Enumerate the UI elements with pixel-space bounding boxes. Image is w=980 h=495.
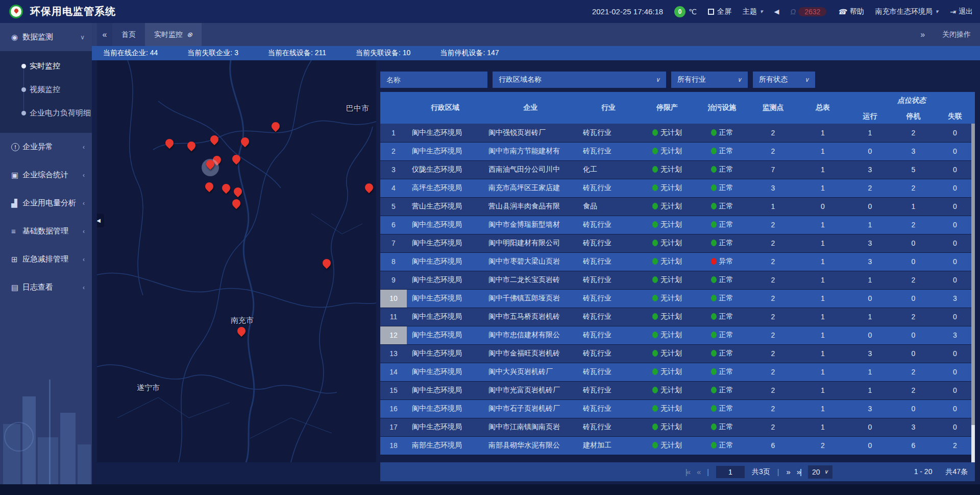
- status-dot: [711, 203, 717, 209]
- map-pin-icon[interactable]: [186, 140, 198, 152]
- header-datetime: 2021-02-25 17:46:18: [592, 7, 663, 16]
- table-row[interactable]: 13阆中生态环境局阆中市金福旺页岩机砖砖瓦行业无计划正常21300: [380, 344, 975, 363]
- sidebar-item-base-data[interactable]: ≡基础数据管理‹: [0, 217, 92, 245]
- table-row[interactable]: 4高坪生态环境局南充市高坪区王家店建砖瓦行业无计划正常31220: [380, 179, 975, 197]
- map-pin-icon[interactable]: [220, 182, 232, 194]
- industry-select[interactable]: 所有行业 ∨: [671, 72, 748, 88]
- map-pin-icon[interactable]: [236, 325, 248, 337]
- theme-button[interactable]: 主题 ▾: [743, 7, 763, 16]
- stats-bar: 当前在线企业: 44当前失联企业: 3当前在线设备: 211当前失联设备: 10…: [92, 46, 980, 60]
- tabs-scroll-left-icon[interactable]: «: [97, 23, 112, 46]
- cell-offline: 0: [935, 363, 975, 381]
- table-row[interactable]: 12阆中生态环境局阆中市忠信建材有限公砖瓦行业无计划正常21003: [380, 326, 975, 344]
- table-row[interactable]: 11阆中生态环境局阆中市五马桥页岩机砖砖瓦行业无计划正常21120: [380, 308, 975, 326]
- page-size-select[interactable]: 20 ∨: [808, 465, 832, 479]
- sidebar-item-power-analysis[interactable]: ▟企业用电量分析‹: [0, 189, 92, 217]
- sidebar-item-enterprise-statistics[interactable]: ▣企业综合统计‹: [0, 161, 92, 189]
- row-index: 15: [380, 381, 407, 399]
- row-index: 3: [380, 160, 407, 179]
- sidebar-subitem[interactable]: 视频监控: [0, 78, 92, 101]
- table-row[interactable]: 5营山生态环境局营山县润丰肉食品有限食品无计划正常10010: [380, 197, 975, 216]
- stat-item: 当前失联设备: 10: [356, 49, 410, 58]
- tab-home[interactable]: 首页: [112, 23, 145, 46]
- sidebar-item-enterprise-abnormal[interactable]: !企业异常‹: [0, 133, 92, 161]
- sidebar-item-emergency-reduction[interactable]: ⊞应急减排管理‹: [0, 245, 92, 273]
- table-row[interactable]: 17阆中生态环境局阆中市江南镇阆南页岩砖瓦行业无计划正常21030: [380, 418, 975, 436]
- status-dot: [652, 368, 658, 375]
- table-row[interactable]: 15阆中生态环境局阆中市光富页岩机砖厂砖瓦行业无计划正常21120: [380, 381, 975, 399]
- table-row[interactable]: 18南部生态环境局南部县砌华水泥有限公建材加工无计划正常62062: [380, 436, 975, 455]
- cell-region: 阆中生态环境局: [407, 344, 483, 363]
- logout-button[interactable]: ⇥ 退出: [949, 7, 973, 16]
- sidebar-subitem[interactable]: 实时监控: [0, 54, 92, 78]
- prev-page-button[interactable]: «: [697, 467, 700, 476]
- table-row[interactable]: 9阆中生态环境局阆中市二龙长宝页岩砖砖瓦行业无计划正常21120: [380, 271, 975, 289]
- map-pin-icon[interactable]: [164, 137, 176, 149]
- org-menu[interactable]: 南充市生态环境局 ▾: [875, 7, 939, 16]
- cell-limit: 无计划: [639, 436, 695, 455]
- help-button[interactable]: ☎ 帮助: [838, 7, 864, 16]
- map-pin-icon[interactable]: [363, 182, 375, 194]
- last-page-button[interactable]: »|: [797, 467, 801, 476]
- tabs-scroll-right-icon[interactable]: »: [920, 30, 925, 39]
- cell-region: 南部生态环境局: [407, 436, 483, 455]
- region-select[interactable]: 行政区域名称 ∨: [493, 72, 666, 88]
- cell-stop: 5: [892, 160, 935, 179]
- sidebar: ◉数据监测∨实时监控视频监控企业电力负荷明细!企业异常‹▣企业综合统计‹▟企业用…: [0, 23, 92, 484]
- table-row[interactable]: 14阆中生态环境局阆中大兴页岩机砖厂砖瓦行业无计划正常21120: [380, 363, 975, 381]
- map-pin-icon[interactable]: [239, 136, 251, 148]
- name-filter-input[interactable]: [380, 72, 487, 88]
- table-row[interactable]: 2阆中生态环境局阆中市南方节能建材有砖瓦行业无计划正常21030: [380, 142, 975, 160]
- map-pin-icon[interactable]: [270, 121, 282, 132]
- scrollbar-thumb[interactable]: [971, 124, 975, 425]
- cell-facility: 正常: [695, 381, 749, 399]
- close-icon[interactable]: ⊗: [187, 31, 192, 38]
- map-pin-icon[interactable]: [321, 257, 333, 269]
- table-row[interactable]: 16阆中生态环境局阆中市石子页岩机砖厂砖瓦行业无计划正常21300: [380, 399, 975, 418]
- table-row[interactable]: 1阆中生态环境局阆中强锐页岩砖厂砖瓦行业无计划正常21120: [380, 124, 975, 142]
- panel-collapse-button[interactable]: ◀: [97, 214, 104, 227]
- page-number-input[interactable]: [716, 466, 745, 478]
- cell-industry: 砖瓦行业: [578, 381, 639, 399]
- cell-company: 阆中市五马桥页岩机砖: [483, 308, 578, 326]
- cell-points: 2: [749, 399, 797, 418]
- map-pin-icon[interactable]: [232, 186, 244, 198]
- table-row[interactable]: 7阆中生态环境局阆中明阳建材有限公司砖瓦行业无计划正常21300: [380, 234, 975, 252]
- sidebar-item-log-view[interactable]: ▤日志查看‹: [0, 273, 92, 301]
- cell-stop: 2: [892, 308, 935, 326]
- table-scrollbar[interactable]: [971, 124, 975, 462]
- sidebar-subitem[interactable]: 企业电力负荷明细: [0, 101, 92, 125]
- cell-run: 0: [848, 326, 892, 344]
- cell-run: 1: [848, 271, 892, 289]
- table-row[interactable]: 10阆中生态环境局阆中千佛镇五郎垭页岩砖瓦行业无计划正常21003: [380, 289, 975, 308]
- cell-stop: 0: [892, 399, 935, 418]
- cell-offline: 3: [935, 289, 975, 308]
- close-operations-button[interactable]: 关闭操作: [942, 30, 971, 39]
- status-select[interactable]: 所有状态 ∨: [753, 72, 815, 88]
- row-index: 9: [380, 271, 407, 289]
- table-row[interactable]: 8阆中生态环境局阆中市枣碧大梁山页岩砖瓦行业无计划异常21300: [380, 252, 975, 271]
- cell-region: 高坪生态环境局: [407, 179, 483, 197]
- table-row[interactable]: 6阆中生态环境局阆中市金博瑞新型墙材砖瓦行业无计划正常21120: [380, 216, 975, 234]
- row-index: 6: [380, 216, 407, 234]
- cell-meter: 1: [797, 326, 848, 344]
- sidebar-item-data-monitoring[interactable]: ◉数据监测∨: [0, 23, 92, 51]
- cell-region: 阆中生态环境局: [407, 124, 483, 142]
- notification-area[interactable]: Ω 2632: [790, 7, 826, 16]
- fullscreen-button[interactable]: 全屏: [708, 7, 731, 16]
- cell-company: 阆中市金福旺页岩机砖: [483, 344, 578, 363]
- first-page-button[interactable]: |«: [685, 467, 690, 476]
- notification-count-badge: 2632: [798, 7, 826, 16]
- cell-company: 营山县润丰肉食品有限: [483, 197, 578, 216]
- speaker-icon[interactable]: ◀: [774, 8, 779, 15]
- cell-meter: 1: [797, 289, 848, 308]
- map-pin-icon[interactable]: [231, 198, 242, 209]
- map-pin-icon[interactable]: [209, 134, 220, 146]
- tab-realtime-monitoring[interactable]: 实时监控 ⊗: [145, 23, 202, 46]
- chevron-down-icon: ∨: [804, 76, 809, 83]
- map-pin-icon[interactable]: [204, 181, 215, 193]
- map-pin-icon[interactable]: [231, 153, 242, 165]
- next-page-button[interactable]: »: [786, 467, 789, 476]
- table-row[interactable]: 3仪陇生态环境局西南油气田分公司川中化工无计划正常71350: [380, 160, 975, 179]
- cell-run: 1: [848, 363, 892, 381]
